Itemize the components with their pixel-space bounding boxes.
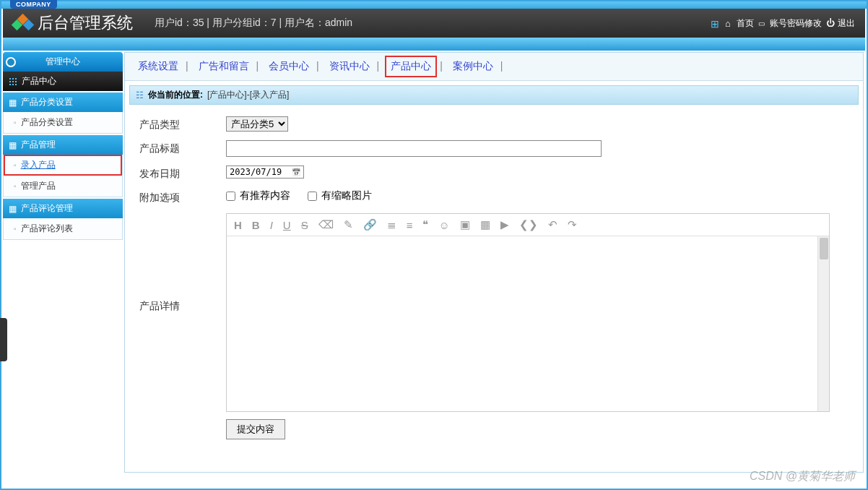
section-icon [9,204,17,214]
rich-editor: H B I U S ⌫ ✎ 🔗 ≣ ≡ ❝ ☺ [226,213,830,412]
checkbox-thumb-label[interactable]: 有缩略图片 [308,189,372,202]
nav-members[interactable]: 会员中心 [266,59,312,73]
top-gradient [1,1,867,9]
breadcrumb-icon [136,90,144,100]
logout-link[interactable]: 退出 [826,17,855,30]
dots-icon [9,77,17,86]
company-tag: COMPANY [10,0,57,9]
breadcrumb-label: 你当前的位置: [148,89,203,101]
label-title: 产品标题 [139,140,226,155]
editor-textarea[interactable] [227,236,829,411]
system-title: 后台管理系统 [38,12,133,34]
breadcrumb: 你当前的位置: [产品中心]-[录入产品] [129,85,859,105]
submit-button[interactable]: 提交内容 [226,419,285,439]
content-area: 系统设置| 广告和留言| 会员中心| 资讯中心| 产品中心| 案例中心| 你当前… [124,52,864,473]
editor-ul-icon[interactable]: ≣ [387,218,396,231]
key-icon [758,18,768,28]
editor-ol-icon[interactable]: ≡ [407,219,413,231]
editor-table-icon[interactable]: ▦ [480,218,490,231]
user-info: 用户id：35 | 用户分组id：7 | 用户名：admin [155,17,711,30]
editor-code-icon[interactable]: ❮❯ [519,218,538,231]
nav-products[interactable]: 产品中心 [388,59,434,73]
home-link[interactable]: 首页 [725,17,754,30]
sidebar-item-add-product[interactable]: 录入产品 [4,155,122,176]
nav-ads[interactable]: 广告和留言 [196,59,252,73]
editor-eraser-icon[interactable]: ⌫ [318,218,334,231]
label-detail: 产品详情 [139,213,226,313]
editor-heading-icon[interactable]: H [234,219,242,231]
sidebar-item-comment-list[interactable]: 产品评论列表 [4,218,122,239]
section-icon [9,98,17,108]
label-extra: 附加选项 [139,189,226,205]
sidebar-section-product[interactable]: 产品管理 [3,135,123,155]
label-type: 产品类型 [139,116,226,132]
home-icon [725,18,735,28]
form-area: 产品类型 产品分类5 产品标题 发布日期 202 [125,105,863,451]
sidebar-section-category[interactable]: 产品分类设置 [3,93,123,112]
circle-icon [6,57,16,67]
editor-bold-icon[interactable]: B [252,219,260,231]
checkbox-recommend-label[interactable]: 有推荐内容 [226,189,290,202]
editor-quote-icon[interactable]: ❝ [422,218,428,231]
input-product-title[interactable] [226,140,602,157]
editor-toolbar: H B I U S ⌫ ✎ 🔗 ≣ ≡ ❝ ☺ [227,214,829,236]
editor-strike-icon[interactable]: S [301,219,308,231]
editor-underline-icon[interactable]: U [283,219,291,231]
editor-redo-icon[interactable]: ↷ [568,218,577,231]
password-link[interactable]: 账号密码修改 [758,17,822,30]
gradient-bar [3,38,865,51]
sidebar-module: 产品中心 [3,72,123,91]
select-product-type[interactable]: 产品分类5 [226,116,288,132]
sidebar: 管理中心 产品中心 产品分类设置 产品分类设置 产品管理 录入产品 管理产品 [3,52,123,473]
editor-link-icon[interactable]: 🔗 [363,218,377,231]
sidebar-item-manage-product[interactable]: 管理产品 [4,176,122,197]
label-date: 发布日期 [139,166,226,181]
editor-video-icon[interactable]: ▶ [500,218,509,231]
nav-news[interactable]: 资讯中心 [326,59,373,73]
logo-icon [13,14,32,33]
nav-system[interactable]: 系统设置 [135,59,181,73]
section-icon [9,140,17,150]
collapse-handle[interactable] [0,318,7,361]
editor-undo-icon[interactable]: ↶ [548,218,557,231]
header-bar: 后台管理系统 用户id：35 | 用户分组id：7 | 用户名：admin 首页… [3,9,865,38]
scrollbar[interactable] [817,236,829,411]
sidebar-section-comments[interactable]: 产品评论管理 [3,199,123,218]
editor-emoji-icon[interactable]: ☺ [438,219,449,231]
top-nav: 系统设置| 广告和留言| 会员中心| 资讯中心| 产品中心| 案例中心| [125,53,863,81]
nav-cases[interactable]: 案例中心 [450,59,496,73]
grid-icon [711,18,721,28]
input-publish-date[interactable]: 2023/07/19 [226,166,304,179]
sidebar-item-category-settings[interactable]: 产品分类设置 [4,112,122,133]
editor-brush-icon[interactable]: ✎ [344,218,353,231]
breadcrumb-path: [产品中心]-[录入产品] [207,89,289,101]
sidebar-title: 管理中心 [3,52,123,72]
checkbox-thumb[interactable] [308,192,317,201]
power-icon [826,18,836,28]
editor-image-icon[interactable]: ▣ [460,218,470,231]
editor-italic-icon[interactable]: I [270,219,273,231]
checkbox-recommend[interactable] [226,192,235,201]
